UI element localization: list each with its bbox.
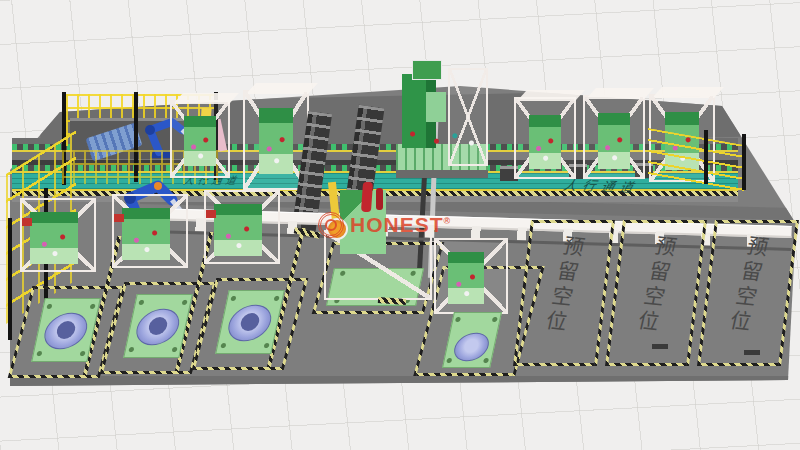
process-cage-1 xyxy=(170,100,230,178)
gear-ring-icon xyxy=(318,212,344,238)
station-machine xyxy=(448,252,484,304)
reserved-slot-label: 预留空位 xyxy=(537,234,589,337)
machine-head-unit xyxy=(412,60,442,80)
cell-frame xyxy=(434,238,508,314)
registered-mark: ® xyxy=(444,216,452,226)
center-press-cell xyxy=(322,182,432,312)
gantry-loader-machine xyxy=(396,60,488,178)
machine-detail-dots xyxy=(396,116,488,152)
red-sensor xyxy=(22,218,32,226)
right-end-fence xyxy=(648,128,748,186)
winder-machine xyxy=(30,212,78,264)
fence-post xyxy=(8,218,12,340)
brand-watermark: HONEST® xyxy=(318,212,451,238)
winder-cell-2 xyxy=(112,186,204,371)
watermark-text: HONEST® xyxy=(350,213,451,237)
coil-spool xyxy=(453,329,490,365)
station-machine xyxy=(529,115,561,169)
winder-cell-1 xyxy=(20,190,112,375)
reserved-slot-label: 预留空位 xyxy=(721,234,773,337)
fence-post xyxy=(704,130,708,184)
station-machine xyxy=(598,113,630,169)
red-sensor xyxy=(206,210,216,218)
red-cylinder xyxy=(361,182,373,213)
winder-cell-4 xyxy=(428,238,528,374)
winder-machine xyxy=(122,208,170,260)
winder-cell-3 xyxy=(204,182,296,367)
red-cylinder-small xyxy=(376,188,383,210)
station-machine xyxy=(259,108,293,174)
reserved-slot-1: 预留空位 xyxy=(513,220,615,366)
factory-3d-viewport[interactable]: 人行通道 人行通道 xyxy=(0,0,800,450)
reserved-slot-label: 预留空位 xyxy=(629,234,681,337)
red-sensor xyxy=(114,214,124,222)
watermark-brand: HONEST xyxy=(350,213,444,236)
floor-marking xyxy=(744,350,760,355)
gear-ring-inner xyxy=(325,219,337,231)
floor-marking xyxy=(652,344,668,349)
reserved-slot-3: 预留空位 xyxy=(697,220,799,366)
winder-machine xyxy=(214,204,262,256)
process-cage-right-1 xyxy=(514,97,576,179)
fence-post xyxy=(742,134,746,190)
process-cage-right-2 xyxy=(583,95,645,179)
station-machine xyxy=(184,116,216,166)
